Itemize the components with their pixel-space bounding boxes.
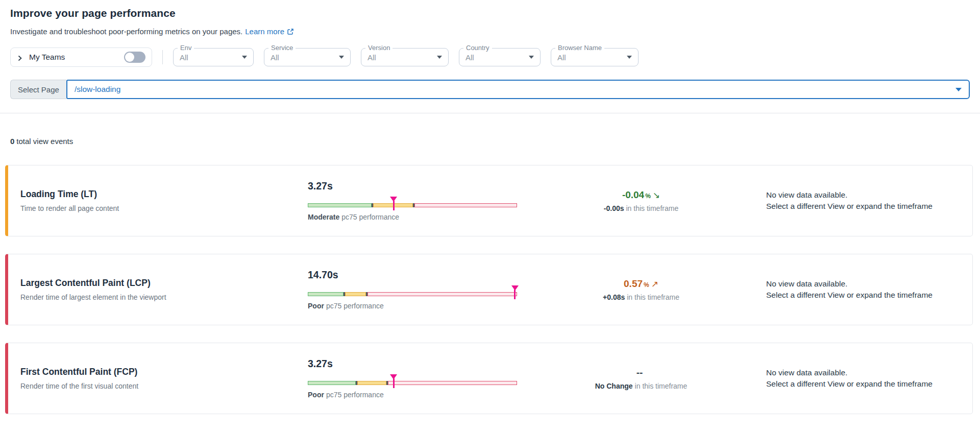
filter-bar: My Teams Env All Service All Version All… <box>10 47 970 67</box>
my-teams-filter[interactable]: My Teams <box>10 47 152 67</box>
page-title: Improve your page performance <box>10 7 970 19</box>
event-count-number: 0 <box>10 137 14 146</box>
gauge-segment-good <box>308 203 372 207</box>
trend-percentage: -0.04%↘ <box>547 189 736 201</box>
metric-name: First Contentful Paint (FCP) <box>20 367 297 377</box>
external-link-icon[interactable] <box>287 28 294 35</box>
gauge-segment-moderate <box>357 381 387 385</box>
gauge-segment-good <box>308 381 356 385</box>
my-teams-toggle[interactable] <box>124 52 145 63</box>
page-performance-panel: Improve your page performance Investigat… <box>0 0 980 414</box>
performance-gauge <box>308 203 517 207</box>
learn-more-link[interactable]: Learn more <box>245 27 284 36</box>
performance-label: Poorpc75 performance <box>308 391 547 399</box>
trend-arrow-icon: ↘ <box>653 190 660 200</box>
metric-cards: Loading Time (LT) Time to render all pag… <box>5 165 973 414</box>
chevron-down-icon[interactable] <box>955 88 962 91</box>
country-filter-value: All <box>465 53 474 62</box>
env-filter-dropdown[interactable]: Env All <box>173 48 254 66</box>
metric-description: Render time of largest element in the vi… <box>20 293 297 301</box>
env-filter-label: Env <box>178 44 194 52</box>
performance-label: Moderatepc75 performance <box>308 213 547 221</box>
metric-value: 3.27s <box>308 358 547 370</box>
service-filter-dropdown[interactable]: Service All <box>264 48 351 66</box>
metric-card-loading-time: Loading Time (LT) Time to render all pag… <box>5 165 973 236</box>
version-filter-dropdown[interactable]: Version All <box>361 48 449 66</box>
event-count-label: total view events <box>16 137 73 146</box>
browser-name-filter-dropdown[interactable]: Browser Name All <box>551 48 639 66</box>
chevron-down-icon <box>339 56 344 59</box>
browser-name-filter-value: All <box>557 53 566 62</box>
service-filter-label: Service <box>268 44 296 52</box>
metric-value: 14.70s <box>308 269 547 281</box>
performance-gauge <box>308 292 517 296</box>
section-divider <box>0 113 980 113</box>
gauge-segment-moderate <box>345 292 366 296</box>
browser-name-filter-label: Browser Name <box>555 44 604 52</box>
metric-value: 3.27s <box>308 180 547 192</box>
version-filter-label: Version <box>365 44 393 52</box>
gauge-segment-poor <box>388 381 517 385</box>
country-filter-label: Country <box>463 44 492 52</box>
page-subtitle: Investigate and troubleshoot poor-perfor… <box>10 27 970 36</box>
my-teams-label: My Teams <box>29 53 65 62</box>
metric-description: Render time of the first visual content <box>20 382 297 390</box>
metric-name: Loading Time (LT) <box>20 189 297 200</box>
env-filter-value: All <box>180 53 188 62</box>
metric-description: Time to render all page content <box>20 204 297 212</box>
trend-delta: -0.00sin this timeframe <box>547 204 736 212</box>
select-page-label: Select Page <box>10 80 66 99</box>
chevron-down-icon <box>529 56 534 59</box>
filter-divider <box>162 50 163 64</box>
metric-name: Largest Contentful Paint (LCP) <box>20 278 297 289</box>
country-filter-dropdown[interactable]: Country All <box>459 48 541 66</box>
trend-arrow-icon: ↗ <box>651 279 658 289</box>
select-page-row: Select Page /slow-loading <box>10 80 970 99</box>
metric-card-largest-contentful-paint: Largest Contentful Paint (LCP) Render ti… <box>5 254 973 325</box>
service-filter-value: All <box>271 53 279 62</box>
version-filter-value: All <box>368 53 376 62</box>
trend-delta: No Changein this timeframe <box>547 382 736 390</box>
subtitle-text: Investigate and troubleshoot poor-perfor… <box>10 27 242 36</box>
no-data-message: No view data available. Select a differe… <box>736 189 972 212</box>
metric-card-first-contentful-paint: First Contentful Paint (FCP) Render time… <box>5 343 973 414</box>
gauge-segment-poor <box>368 292 517 296</box>
gauge-segment-poor <box>414 203 517 207</box>
select-page-dropdown[interactable]: /slow-loading <box>66 80 970 99</box>
trend-percentage: -- <box>547 367 736 378</box>
trend-delta: +0.08sin this timeframe <box>547 293 736 301</box>
toggle-knob <box>125 53 134 62</box>
performance-label: Poorpc75 performance <box>308 302 547 310</box>
trend-percentage: 0.57%↗ <box>547 278 736 290</box>
chevron-down-icon <box>242 56 247 59</box>
performance-gauge <box>308 381 517 385</box>
chevron-down-icon <box>437 56 442 59</box>
no-data-message: No view data available. Select a differe… <box>736 367 972 390</box>
chevron-right-icon[interactable] <box>17 54 23 60</box>
select-page-value: /slow-loading <box>75 85 120 94</box>
gauge-segment-good <box>308 292 344 296</box>
total-view-events: 0total view events <box>10 137 970 146</box>
chevron-down-icon <box>627 56 632 59</box>
no-data-message: No view data available. Select a differe… <box>736 278 972 301</box>
